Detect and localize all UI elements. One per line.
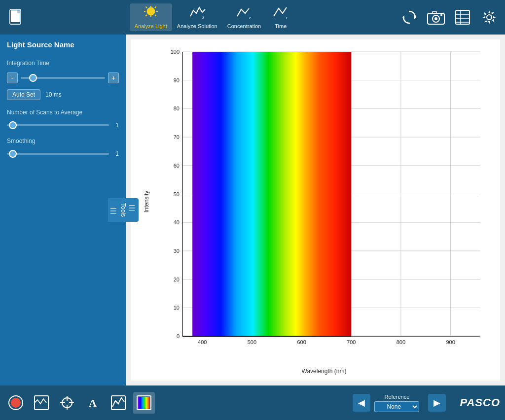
tab-analyze-light[interactable]: Analyze Light <box>130 3 172 31</box>
camera-button[interactable] <box>425 6 447 28</box>
tab-time-label: Time <box>275 23 287 29</box>
reference-dropdown[interactable]: None <box>374 401 419 412</box>
scans-label: Number of Scans to Average <box>7 109 119 116</box>
x-axis-label: Wavelength (nm) <box>302 368 347 375</box>
svg-point-21 <box>434 17 437 20</box>
scans-value: 1 <box>112 122 119 129</box>
svg-text:900: 900 <box>446 339 455 345</box>
svg-text:70: 70 <box>174 134 180 140</box>
svg-point-29 <box>487 15 492 20</box>
tab-time[interactable]: t Time <box>266 3 295 31</box>
svg-rect-80 <box>138 397 150 409</box>
panel-title: Light Source Name <box>7 40 119 49</box>
smoothing-thumb[interactable] <box>9 150 17 158</box>
svg-text:800: 800 <box>397 339 405 345</box>
chart-area: Intensity Wavelength (nm) 01020304050607… <box>126 35 505 385</box>
svg-rect-23 <box>440 14 442 16</box>
tools-divider-top: ||| <box>129 205 136 212</box>
autoset-value: 10 ms <box>45 91 62 98</box>
bottom-toolbar: A <box>0 385 505 420</box>
svg-text:600: 600 <box>297 339 306 345</box>
svg-line-10 <box>145 7 147 8</box>
svg-text:0: 0 <box>177 333 180 339</box>
nav-back-button[interactable]: ◀ <box>353 394 370 412</box>
tab-analyze-solution-label: Analyze Solution <box>177 23 217 29</box>
tab-analyze-solution[interactable]: λ Analyze Solution <box>172 3 222 31</box>
svg-point-5 <box>147 7 155 15</box>
integration-time-plus[interactable]: + <box>108 72 119 83</box>
smoothing-value: 1 <box>112 150 119 157</box>
svg-text:90: 90 <box>174 77 180 83</box>
crosshair-button[interactable] <box>56 392 78 414</box>
settings-button[interactable] <box>478 6 500 28</box>
svg-text:80: 80 <box>174 105 180 111</box>
pasco-logo: PASCO <box>460 396 500 409</box>
tools-tab[interactable]: ||| Tools ||| <box>108 198 139 222</box>
scans-thumb[interactable] <box>9 121 17 129</box>
integration-time-slider-row: - + <box>7 72 119 83</box>
integration-time-label: Integration Time <box>7 60 119 67</box>
svg-line-13 <box>155 15 156 16</box>
svg-text:c: c <box>249 15 251 20</box>
svg-rect-67 <box>192 52 351 336</box>
main-area: Light Source Name Integration Time - + A… <box>0 35 505 385</box>
svg-line-11 <box>155 7 156 8</box>
autoset-row: Auto Set 10 ms <box>7 89 119 100</box>
svg-text:20: 20 <box>174 277 180 282</box>
svg-text:700: 700 <box>347 339 356 345</box>
tab-concentration[interactable]: c Concentration <box>222 3 266 31</box>
smoothing-label: Smoothing <box>7 138 119 144</box>
integration-time-track[interactable] <box>21 77 105 79</box>
svg-text:10: 10 <box>174 305 180 311</box>
integration-time-thumb[interactable] <box>29 74 37 82</box>
svg-rect-22 <box>433 11 436 14</box>
svg-point-70 <box>11 398 21 408</box>
svg-text:λ: λ <box>202 15 204 20</box>
nav-forward-button[interactable]: ▶ <box>428 394 446 412</box>
svg-text:t: t <box>286 15 288 20</box>
annotate-button[interactable]: A <box>82 392 104 414</box>
svg-text:50: 50 <box>174 191 180 197</box>
scans-section: Number of Scans to Average 1 <box>7 109 119 129</box>
reference-label: Reference <box>385 394 410 400</box>
zoom-fit-button[interactable] <box>31 392 52 414</box>
svg-text:40: 40 <box>174 219 180 225</box>
scans-track[interactable] <box>7 124 109 126</box>
left-panel: Light Source Name Integration Time - + A… <box>0 35 126 385</box>
tools-label: Tools <box>120 203 127 217</box>
svg-line-12 <box>145 15 147 16</box>
record-button[interactable] <box>5 392 27 414</box>
refresh-button[interactable] <box>398 6 420 28</box>
svg-text:30: 30 <box>174 248 180 254</box>
scans-slider-row: 1 <box>7 122 119 129</box>
svg-text:400: 400 <box>198 339 207 345</box>
reference-section: Reference None <box>374 394 419 412</box>
integration-time-minus[interactable]: - <box>7 72 18 83</box>
svg-rect-4 <box>17 10 20 13</box>
smoothing-slider-row: 1 <box>7 150 119 157</box>
spectrum-chart: 0102030405060708090100400500600700800900 <box>158 47 490 356</box>
top-toolbar: Analyze Light λ Analyze Solution c Conce… <box>0 0 505 35</box>
spectrum-button[interactable] <box>133 392 155 414</box>
chart-inner: Intensity Wavelength (nm) 01020304050607… <box>158 47 490 356</box>
integration-time-section: Integration Time - + Auto Set 10 ms <box>7 60 119 100</box>
autoset-button[interactable]: Auto Set <box>7 89 40 100</box>
data-button[interactable] <box>452 6 473 28</box>
tab-analyze-light-label: Analyze Light <box>135 23 167 29</box>
graph-button[interactable] <box>108 392 129 414</box>
svg-text:60: 60 <box>174 163 180 169</box>
smoothing-track[interactable] <box>7 153 109 155</box>
chart-container: Intensity Wavelength (nm) 01020304050607… <box>131 39 500 381</box>
svg-text:500: 500 <box>248 339 256 345</box>
svg-text:A: A <box>89 397 97 409</box>
new-button[interactable] <box>5 6 27 28</box>
tools-divider-bottom: ||| <box>110 208 118 215</box>
svg-text:100: 100 <box>171 49 180 55</box>
y-axis-label: Intensity <box>143 190 150 212</box>
tab-concentration-label: Concentration <box>227 23 261 29</box>
smoothing-section: Smoothing 1 <box>7 138 119 157</box>
